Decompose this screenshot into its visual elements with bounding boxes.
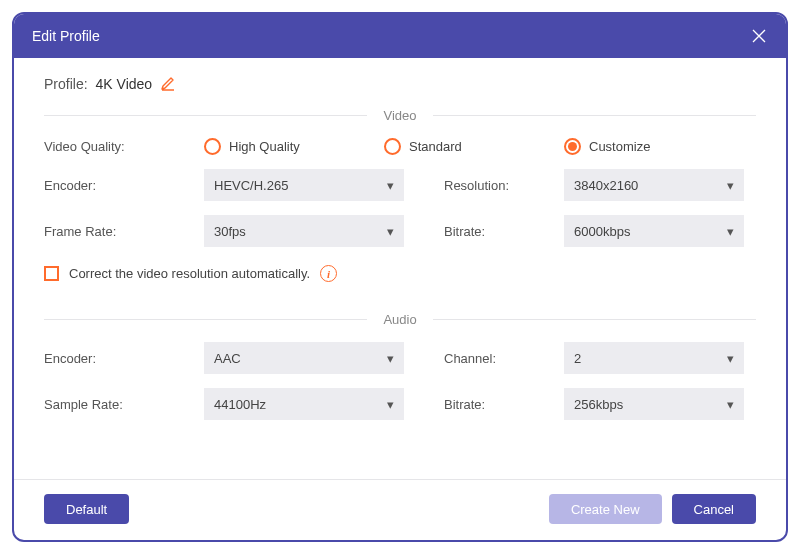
radio-text: High Quality (229, 139, 300, 154)
chevron-down-icon: ▾ (727, 397, 734, 412)
video-resolution-label: Resolution: (444, 178, 564, 193)
radio-icon (204, 138, 221, 155)
edit-profile-dialog: Edit Profile Profile: 4K Video Video Vid… (12, 12, 788, 542)
video-quality-standard-radio[interactable]: Standard (384, 138, 564, 155)
audio-encoder-select[interactable]: AAC ▾ (204, 342, 404, 374)
audio-bitrate-select[interactable]: 256kbps ▾ (564, 388, 744, 420)
cancel-button[interactable]: Cancel (672, 494, 756, 524)
dialog-title: Edit Profile (32, 28, 100, 44)
radio-icon (564, 138, 581, 155)
select-value: HEVC/H.265 (214, 178, 288, 193)
radio-text: Standard (409, 139, 462, 154)
audio-channel-label: Channel: (444, 351, 564, 366)
audio-encoder-label: Encoder: (44, 351, 204, 366)
select-value: AAC (214, 351, 241, 366)
video-encoder-label: Encoder: (44, 178, 204, 193)
video-bitrate-select[interactable]: 6000kbps ▾ (564, 215, 744, 247)
default-button[interactable]: Default (44, 494, 129, 524)
correct-resolution-checkbox[interactable] (44, 266, 59, 281)
edit-icon[interactable] (160, 76, 176, 92)
video-framerate-label: Frame Rate: (44, 224, 204, 239)
chevron-down-icon: ▾ (387, 178, 394, 193)
audio-bitrate-label: Bitrate: (444, 397, 564, 412)
video-section-divider: Video (44, 106, 756, 124)
correct-resolution-row: Correct the video resolution automatical… (44, 265, 756, 282)
create-new-button[interactable]: Create New (549, 494, 662, 524)
audio-samplerate-select[interactable]: 44100Hz ▾ (204, 388, 404, 420)
video-section-label: Video (367, 108, 432, 123)
video-quality-customize-radio[interactable]: Customize (564, 138, 744, 155)
audio-channel-select[interactable]: 2 ▾ (564, 342, 744, 374)
radio-text: Customize (589, 139, 650, 154)
video-encoder-select[interactable]: HEVC/H.265 ▾ (204, 169, 404, 201)
audio-section-label: Audio (367, 312, 432, 327)
content-area: Profile: 4K Video Video Video Quality: H… (14, 58, 786, 479)
chevron-down-icon: ▾ (387, 351, 394, 366)
profile-row: Profile: 4K Video (44, 76, 756, 98)
footer: Default Create New Cancel (14, 479, 786, 540)
video-quality-high-radio[interactable]: High Quality (204, 138, 384, 155)
info-icon[interactable]: i (320, 265, 337, 282)
audio-settings-grid: Encoder: AAC ▾ Channel: 2 ▾ Sample Rate:… (44, 342, 756, 420)
select-value: 6000kbps (574, 224, 630, 239)
chevron-down-icon: ▾ (387, 397, 394, 412)
video-settings-grid: Encoder: HEVC/H.265 ▾ Resolution: 3840x2… (44, 169, 756, 247)
video-quality-row: Video Quality: High Quality Standard Cus… (44, 138, 756, 155)
video-resolution-select[interactable]: 3840x2160 ▾ (564, 169, 744, 201)
select-value: 44100Hz (214, 397, 266, 412)
correct-resolution-label: Correct the video resolution automatical… (69, 266, 310, 281)
chevron-down-icon: ▾ (387, 224, 394, 239)
select-value: 30fps (214, 224, 246, 239)
select-value: 256kbps (574, 397, 623, 412)
audio-section-divider: Audio (44, 310, 756, 328)
video-framerate-select[interactable]: 30fps ▾ (204, 215, 404, 247)
select-value: 2 (574, 351, 581, 366)
chevron-down-icon: ▾ (727, 178, 734, 193)
titlebar: Edit Profile (14, 14, 786, 58)
profile-label: Profile: (44, 76, 88, 92)
video-bitrate-label: Bitrate: (444, 224, 564, 239)
close-icon[interactable] (750, 27, 768, 45)
chevron-down-icon: ▾ (727, 351, 734, 366)
radio-icon (384, 138, 401, 155)
video-quality-label: Video Quality: (44, 139, 204, 154)
select-value: 3840x2160 (574, 178, 638, 193)
chevron-down-icon: ▾ (727, 224, 734, 239)
audio-samplerate-label: Sample Rate: (44, 397, 204, 412)
profile-value: 4K Video (96, 76, 153, 92)
